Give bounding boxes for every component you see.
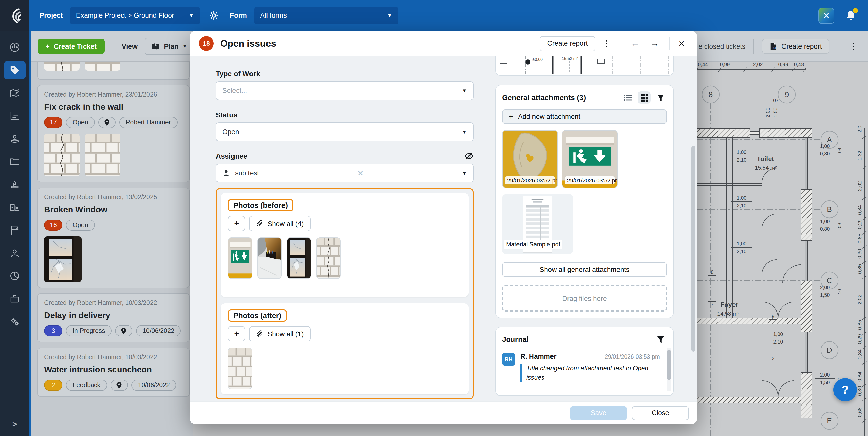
svg-text:0,85: 0,85 bbox=[857, 264, 862, 274]
view-mode-dropdown[interactable]: Plan ▼ bbox=[145, 38, 194, 55]
svg-text:PDF: PDF bbox=[772, 46, 777, 49]
project-settings-button[interactable] bbox=[209, 11, 219, 20]
gears-icon bbox=[9, 316, 20, 327]
svg-text:0,85: 0,85 bbox=[857, 233, 862, 243]
brand-logo[interactable] bbox=[0, 0, 29, 31]
sidebar-item-dashboard[interactable] bbox=[4, 38, 26, 56]
filter-journal-button[interactable] bbox=[654, 333, 667, 346]
file-dropzone[interactable]: Drag files here bbox=[502, 285, 667, 312]
add-new-attachment-button[interactable]: + Add new attachment bbox=[502, 109, 667, 124]
journal-scrollbar[interactable] bbox=[667, 348, 671, 391]
sidebar-item-statistics[interactable] bbox=[4, 107, 26, 125]
show-all-after-button[interactable]: Show all (1) bbox=[249, 326, 311, 342]
ticket-card[interactable]: Created by Robert Hammer, 23/01/2026 Fix… bbox=[37, 85, 190, 182]
general-attachments-section: General attachments (3) bbox=[495, 85, 674, 318]
grid-view-button[interactable] bbox=[638, 91, 651, 104]
location-pill[interactable] bbox=[115, 325, 132, 337]
photo-thumbnail-brick-crack[interactable] bbox=[316, 237, 341, 279]
sidebar-item-settings[interactable] bbox=[4, 313, 26, 331]
sidebar-item-plans[interactable] bbox=[4, 84, 26, 102]
ticket-photo[interactable] bbox=[44, 134, 80, 176]
svg-text:0,84: 0,84 bbox=[857, 205, 862, 215]
svg-text:9: 9 bbox=[785, 90, 789, 98]
notifications-button[interactable] bbox=[846, 10, 856, 21]
ticket-title: Broken Window bbox=[44, 205, 183, 214]
svg-text:1,00: 1,00 bbox=[773, 331, 783, 337]
more-menu-button[interactable]: ⋮ bbox=[598, 39, 615, 48]
closed-tickets-toggle-label[interactable]: e closed tickets bbox=[699, 42, 745, 50]
modal-scrollbar[interactable] bbox=[691, 146, 695, 352]
show-all-before-button[interactable]: Show all (4) bbox=[249, 216, 311, 231]
status-select[interactable]: Open ▼ bbox=[216, 122, 474, 141]
plus-icon: + bbox=[508, 112, 514, 121]
flag-icon bbox=[9, 225, 20, 236]
sidebar-item-projects[interactable] bbox=[4, 290, 26, 308]
create-report-button[interactable]: Create report bbox=[539, 36, 595, 51]
sidebar-item-assignments[interactable] bbox=[4, 129, 26, 148]
tag-icon bbox=[9, 64, 20, 76]
type-of-work-select[interactable]: Select... ▼ bbox=[216, 81, 474, 100]
attachment-pdf-card[interactable]: Material Sample.pdf bbox=[502, 194, 573, 254]
svg-text:0,85: 0,85 bbox=[857, 320, 862, 330]
filter-attachments-button[interactable] bbox=[654, 91, 667, 104]
next-ticket-button[interactable]: → bbox=[646, 38, 663, 49]
ticket-photo[interactable] bbox=[85, 61, 120, 70]
plan-create-report-button[interactable]: PDF Create report bbox=[762, 39, 830, 54]
ticket-card-partial[interactable] bbox=[37, 61, 190, 80]
previous-ticket-button[interactable]: ← bbox=[627, 38, 643, 49]
photo-thumbnail-brick[interactable] bbox=[228, 348, 252, 389]
photos-before-label: Photos (before) bbox=[228, 199, 293, 211]
ticket-photo[interactable] bbox=[44, 236, 82, 282]
form-dropdown[interactable]: All forms ▼ bbox=[254, 7, 398, 24]
sidebar-item-tickets[interactable] bbox=[4, 61, 26, 79]
sidebar-item-contacts[interactable] bbox=[4, 244, 26, 262]
svg-text:1,00: 1,00 bbox=[820, 219, 830, 224]
show-all-attachments-button[interactable]: Show all general attachments bbox=[502, 262, 667, 277]
photos-after-label: Photos (after) bbox=[228, 310, 287, 322]
ticket-card[interactable]: Created by Robert Hammer, 10/03/2022 Wat… bbox=[37, 348, 190, 397]
sidebar-item-approvals[interactable] bbox=[4, 175, 26, 194]
ticket-photo[interactable] bbox=[44, 61, 80, 70]
pie-chart-icon bbox=[9, 270, 20, 282]
sidebar-item-documents[interactable] bbox=[4, 152, 26, 171]
assignee-select[interactable]: sub test ✕ ▼ bbox=[216, 164, 474, 182]
modal-title: Open issues bbox=[220, 38, 276, 49]
attachment-thumbnail-exit-sign[interactable]: 29/01/2026 03:52 pm bbox=[562, 130, 618, 188]
attachment-thumbnail-wall-damage[interactable]: 29/01/2026 03:52 pm bbox=[502, 130, 558, 188]
clear-assignee-icon[interactable]: ✕ bbox=[352, 169, 369, 178]
sidebar-item-companies[interactable] bbox=[4, 198, 26, 216]
mini-plan-sketch: Entrance ±0,00 Stairway 15,52 m² bbox=[496, 56, 673, 74]
save-button[interactable]: Save bbox=[570, 406, 627, 420]
add-photo-after-button[interactable]: + bbox=[228, 326, 245, 342]
chart-icon bbox=[9, 110, 20, 121]
svg-text:2: 2 bbox=[772, 356, 774, 361]
ticket-card[interactable]: Created by Robert Hammer, 10/03/2022 Del… bbox=[37, 293, 190, 343]
ticket-card[interactable]: Created by Robert Hammer, 13/02/2025 Bro… bbox=[37, 187, 190, 288]
svg-text:2,00: 2,00 bbox=[820, 372, 830, 378]
app-grid-icon[interactable]: ✕ bbox=[818, 7, 835, 24]
add-photo-before-button[interactable]: + bbox=[228, 216, 245, 231]
create-ticket-button[interactable]: + Create Ticket bbox=[37, 39, 105, 54]
svg-text:1,50: 1,50 bbox=[820, 292, 830, 298]
chevron-down-icon: ▼ bbox=[462, 129, 467, 135]
photo-thumbnail-exit-sign[interactable] bbox=[228, 237, 252, 279]
svg-text:2,10: 2,10 bbox=[737, 157, 747, 163]
list-icon bbox=[624, 94, 632, 101]
list-view-button[interactable] bbox=[621, 91, 634, 104]
project-dropdown[interactable]: Example Project > Ground Floor ▼ bbox=[70, 7, 200, 24]
location-pill[interactable] bbox=[111, 380, 128, 391]
sidebar-expand-button[interactable]: > bbox=[12, 420, 17, 429]
photo-thumbnail-broken-window[interactable] bbox=[287, 237, 311, 279]
sidebar-item-reports[interactable] bbox=[4, 267, 26, 285]
plan-more-menu-button[interactable]: ⋮ bbox=[846, 41, 861, 52]
location-pill[interactable] bbox=[98, 117, 116, 128]
status-badge: Open bbox=[66, 220, 95, 231]
plan-section-preview[interactable]: Entrance ±0,00 Stairway 15,52 m² bbox=[495, 56, 674, 76]
close-icon[interactable]: × bbox=[675, 37, 688, 50]
close-button[interactable]: Close bbox=[632, 406, 689, 420]
sidebar-item-milestones[interactable] bbox=[4, 221, 26, 239]
eye-off-icon[interactable] bbox=[464, 152, 474, 160]
ticket-photo[interactable] bbox=[85, 134, 120, 176]
help-button[interactable]: ? bbox=[834, 378, 857, 402]
photo-thumbnail-toolbox[interactable] bbox=[257, 237, 282, 279]
